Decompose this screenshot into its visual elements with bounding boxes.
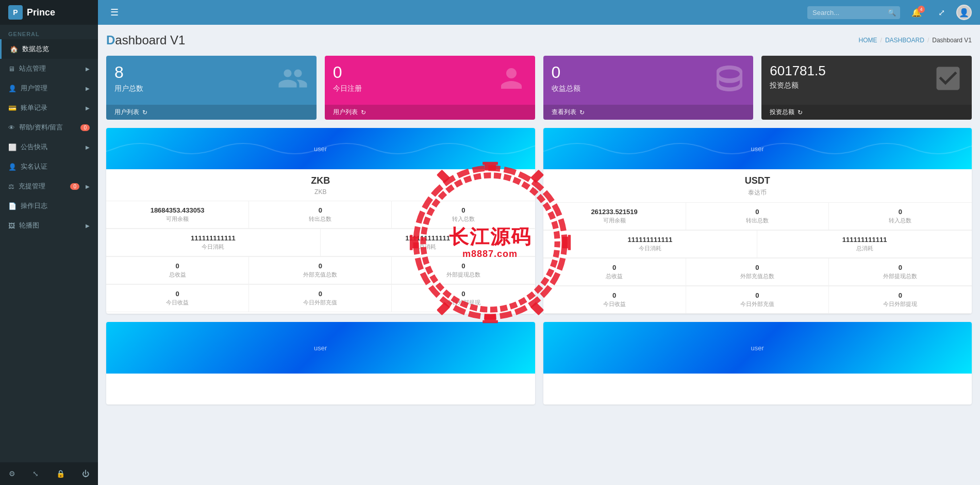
zkb-banner: user — [106, 128, 535, 169]
stat-footer-reg[interactable]: 用户列表 ↻ — [325, 105, 535, 120]
arrow-icon: ▶ — [86, 66, 90, 72]
zkb-ext-deposit: 0 外部充值总数 — [249, 257, 392, 284]
usdt-stats-row4: 0 今日收益 0 今日外部充值 0 今日外部提现 — [543, 286, 972, 314]
usdt-ext-deposit: 0 外部充值总数 — [686, 258, 829, 286]
zkb-name: ZKB — [106, 169, 535, 188]
refresh-icon: ↻ — [798, 109, 803, 116]
search-input[interactable] — [807, 6, 900, 19]
stat-card-revenue: 0 收益总额 查看列表 ↻ — [543, 56, 754, 120]
token-card-zkb: user ZKB ZKB 18684353.433053 可用余额 0 转出总数… — [106, 128, 535, 314]
sidebar-item-user-mgmt[interactable]: 👤 用户管理 ▶ — [0, 78, 98, 98]
zkb-ext-withdraw: 0 外部提现总数 — [392, 257, 535, 284]
breadcrumb-dashboard[interactable]: DASHBOARD — [885, 37, 924, 44]
zkb-today-consume: 111111111111 今日消耗 — [106, 229, 321, 256]
main-content: ☰ 🔍 🔔 4 ⤢ 👤 Dashboard V1 HOME / DASHBOAR… — [98, 0, 980, 485]
refresh-icon: ↻ — [361, 109, 366, 116]
sidebar-item-label: 操作日志 — [21, 201, 47, 211]
zkb-available: 18684353.433053 可用余额 — [106, 201, 249, 229]
zkb-today-profit: 0 今日收益 — [106, 285, 249, 312]
stat-footer-revenue[interactable]: 查看列表 ↻ — [543, 105, 754, 120]
user-icon: 👤 — [8, 85, 16, 92]
usdt-today-profit: 0 今日收益 — [543, 286, 686, 314]
arrow-icon: ▶ — [86, 144, 90, 150]
arrow-icon: ▶ — [86, 86, 90, 91]
check-icon — [933, 63, 964, 100]
bottom-usdt-user: user — [751, 344, 764, 352]
usdt-total-profit: 0 总收益 — [543, 258, 686, 286]
breadcrumb: HOME / DASHBOARD / Dashboard V1 — [859, 37, 972, 44]
scale-icon: ⚖ — [8, 183, 14, 190]
stat-value-users: 8 — [114, 63, 143, 82]
bottom-row: user user — [106, 322, 972, 405]
arrow-icon: ▶ — [86, 223, 90, 229]
brand-logo: P — [8, 5, 23, 20]
sidebar-item-real-name[interactable]: 👤 实名认证 — [0, 157, 98, 176]
avatar[interactable]: 👤 — [956, 5, 972, 20]
sidebar-item-label: 用户管理 — [21, 84, 47, 93]
power-icon[interactable]: ⏻ — [77, 466, 94, 481]
eye-icon: 👁 — [8, 124, 15, 132]
sidebar-item-dashboard[interactable]: 🏠 数据总览 — [0, 39, 98, 59]
usdt-banner: user — [543, 128, 972, 169]
refresh-icon: ↻ — [579, 109, 585, 116]
usdt-today-consume: 111111111111 今日消耗 — [543, 231, 758, 258]
brand[interactable]: P Prince — [0, 0, 98, 25]
sidebar-item-label: 公告快讯 — [21, 142, 47, 152]
sidebar-item-label: 轮播图 — [19, 221, 39, 230]
arrow-icon: ▶ — [86, 105, 90, 111]
usdt-name: USDT — [543, 169, 972, 188]
bottom-usdt-banner: user — [543, 322, 972, 374]
usdt-available: 261233.521519 可用余额 — [543, 203, 686, 230]
stat-card-users: 8 用户总数 用户列表 ↻ — [106, 56, 317, 120]
stat-label-revenue: 收益总额 — [552, 84, 580, 93]
sidebar-item-announcement[interactable]: ⬜ 公告快讯 ▶ — [0, 137, 98, 157]
sidebar-item-site-mgmt[interactable]: 🖥 站点管理 ▶ — [0, 59, 98, 78]
zkb-stats-row1: 18684353.433053 可用余额 0 转出总数 0 转入总数 — [106, 201, 535, 229]
usdt-sub: 泰达币 — [543, 188, 972, 197]
bottom-zkb-banner: user — [106, 322, 535, 374]
lock-icon[interactable]: 🔒 — [51, 466, 70, 481]
sidebar: P Prince GENERAL 🏠 数据总览 🖥 站点管理 ▶ 👤 用户管理 … — [0, 0, 98, 485]
stat-card-registrations: 0 今日注册 用户列表 ↻ — [325, 56, 535, 120]
usdt-today-ext-deposit: 0 今日外部充值 — [686, 286, 829, 314]
breadcrumb-home[interactable]: HOME — [859, 37, 877, 44]
sidebar-item-label: 数据总览 — [22, 44, 49, 54]
person-icon — [496, 63, 527, 100]
zkb-banner-user: user — [314, 145, 327, 153]
square-icon: ⬜ — [8, 143, 16, 151]
search-wrap: 🔍 — [807, 6, 900, 19]
zkb-total-profit: 0 总收益 — [106, 257, 249, 284]
search-icon: 🔍 — [888, 9, 896, 17]
sidebar-item-operation-log[interactable]: 📄 操作日志 — [0, 196, 98, 216]
stat-footer-label: 查看列表 — [552, 108, 576, 117]
zkb-stats-row2: 111111111111 今日消耗 111111111111 总消耗 — [106, 229, 535, 256]
expand-icon[interactable]: ⤡ — [27, 466, 44, 481]
sidebar-item-carousel[interactable]: 🖼 轮播图 ▶ — [0, 216, 98, 235]
zkb-sub: ZKB — [106, 188, 535, 196]
stat-footer-investment[interactable]: 投资总额 ↻ — [761, 105, 972, 120]
notification-bell-button[interactable]: 🔔 4 — [906, 5, 927, 21]
stat-footer-users[interactable]: 用户列表 ↻ — [106, 105, 317, 120]
gear-icon[interactable]: ⚙ — [4, 466, 21, 481]
stat-footer-label: 用户列表 — [333, 108, 358, 117]
fullscreen-button[interactable]: ⤢ — [933, 5, 950, 21]
usdt-transfer-in: 0 转入总数 — [829, 203, 972, 230]
stat-label-reg: 今日注册 — [333, 84, 362, 93]
sidebar-item-help[interactable]: 👁 帮助/资料/留言 0 — [0, 118, 98, 137]
sidebar-item-deposit-mgmt[interactable]: ⚖ 充提管理 0 ▶ — [0, 176, 98, 196]
database-icon — [714, 63, 745, 100]
navbar: ☰ 🔍 🔔 4 ⤢ 👤 — [98, 0, 980, 25]
zkb-today-ext-withdraw: 0 今日外部提现 — [392, 285, 535, 312]
stat-footer-label: 用户列表 — [114, 108, 139, 117]
stats-row: 8 用户总数 用户列表 ↻ — [106, 56, 972, 120]
usdt-ext-withdraw: 0 外部提现总数 — [829, 258, 972, 286]
menu-toggle-button[interactable]: ☰ — [106, 5, 123, 20]
file-icon: 📄 — [8, 202, 16, 210]
zkb-transfer-in: 0 转入总数 — [392, 201, 535, 229]
usdt-transfer-out: 0 转出总数 — [686, 203, 829, 230]
desktop-icon: 🖥 — [8, 65, 15, 73]
users-icon — [277, 63, 308, 100]
notification-badge: 4 — [918, 6, 925, 13]
stat-label-users: 用户总数 — [114, 84, 143, 93]
sidebar-item-account-log[interactable]: 💳 账单记录 ▶ — [0, 98, 98, 118]
